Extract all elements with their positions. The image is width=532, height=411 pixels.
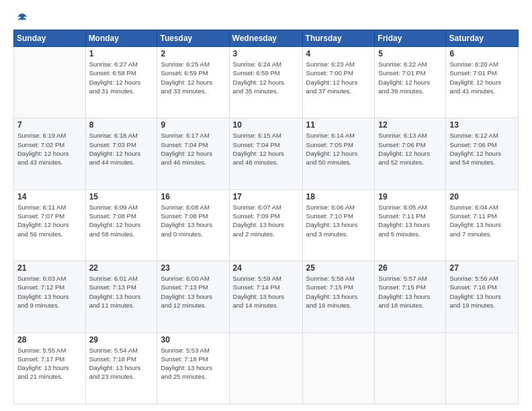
day-info: Sunrise: 6:04 AM Sunset: 7:11 PM Dayligh… [449, 203, 515, 238]
day-number: 14 [17, 192, 82, 201]
calendar-cell: 2Sunrise: 6:25 AM Sunset: 6:59 PM Daylig… [157, 47, 229, 118]
day-info: Sunrise: 6:12 AM Sunset: 7:06 PM Dayligh… [449, 131, 515, 167]
calendar-cell: 11Sunrise: 6:14 AM Sunset: 7:05 PM Dayli… [302, 118, 375, 189]
day-of-week-header: Tuesday [157, 30, 229, 47]
day-info: Sunrise: 6:00 AM Sunset: 7:13 PM Dayligh… [161, 274, 225, 310]
day-number: 4 [306, 49, 371, 58]
calendar-cell: 22Sunrise: 6:01 AM Sunset: 7:13 PM Dayli… [85, 261, 157, 332]
day-info: Sunrise: 5:56 AM Sunset: 7:16 PM Dayligh… [449, 274, 515, 310]
calendar-cell: 19Sunrise: 6:05 AM Sunset: 7:11 PM Dayli… [375, 189, 446, 261]
calendar-cell: 6Sunrise: 6:20 AM Sunset: 7:01 PM Daylig… [446, 47, 519, 118]
day-info: Sunrise: 6:01 AM Sunset: 7:13 PM Dayligh… [89, 274, 154, 310]
day-of-week-header: Wednesday [229, 30, 302, 47]
day-number: 29 [89, 335, 154, 345]
calendar-cell: 17Sunrise: 6:07 AM Sunset: 7:09 PM Dayli… [229, 189, 302, 261]
day-number: 25 [306, 263, 371, 273]
calendar-cell: 16Sunrise: 6:08 AM Sunset: 7:08 PM Dayli… [157, 189, 229, 261]
day-number: 28 [17, 335, 82, 345]
day-number: 9 [161, 120, 225, 130]
calendar-cell: 27Sunrise: 5:56 AM Sunset: 7:16 PM Dayli… [446, 261, 519, 332]
day-of-week-header: Thursday [302, 30, 375, 47]
calendar-table: SundayMondayTuesdayWednesdayThursdayFrid… [13, 30, 519, 404]
day-number: 3 [233, 49, 299, 58]
calendar-cell: 4Sunrise: 6:23 AM Sunset: 7:00 PM Daylig… [302, 47, 375, 118]
day-info: Sunrise: 5:54 AM Sunset: 7:18 PM Dayligh… [89, 346, 154, 381]
day-info: Sunrise: 6:05 AM Sunset: 7:11 PM Dayligh… [378, 203, 442, 238]
day-of-week-header: Friday [375, 30, 446, 47]
calendar-cell: 26Sunrise: 5:57 AM Sunset: 7:15 PM Dayli… [375, 261, 446, 332]
calendar-cell: 1Sunrise: 6:27 AM Sunset: 6:58 PM Daylig… [85, 47, 157, 118]
day-number: 26 [378, 263, 442, 273]
day-info: Sunrise: 6:25 AM Sunset: 6:59 PM Dayligh… [161, 60, 225, 95]
calendar-cell: 7Sunrise: 6:19 AM Sunset: 7:02 PM Daylig… [14, 118, 86, 189]
day-info: Sunrise: 6:06 AM Sunset: 7:10 PM Dayligh… [306, 203, 371, 238]
day-info: Sunrise: 6:15 AM Sunset: 7:04 PM Dayligh… [233, 131, 299, 167]
day-number: 1 [89, 49, 154, 58]
day-info: Sunrise: 6:23 AM Sunset: 7:00 PM Dayligh… [306, 60, 371, 95]
calendar-cell [375, 332, 446, 404]
day-info: Sunrise: 6:20 AM Sunset: 7:01 PM Dayligh… [449, 60, 515, 95]
day-info: Sunrise: 5:55 AM Sunset: 7:17 PM Dayligh… [17, 346, 82, 381]
day-info: Sunrise: 5:58 AM Sunset: 7:15 PM Dayligh… [306, 274, 371, 310]
day-number: 16 [161, 192, 225, 201]
day-number: 15 [89, 192, 154, 201]
day-number: 30 [161, 335, 225, 345]
day-number: 27 [449, 263, 515, 273]
day-info: Sunrise: 6:14 AM Sunset: 7:05 PM Dayligh… [306, 131, 371, 167]
calendar-cell: 18Sunrise: 6:06 AM Sunset: 7:10 PM Dayli… [302, 189, 375, 261]
day-info: Sunrise: 5:57 AM Sunset: 7:15 PM Dayligh… [378, 274, 442, 310]
day-number: 17 [233, 192, 299, 201]
day-info: Sunrise: 6:17 AM Sunset: 7:04 PM Dayligh… [161, 131, 225, 167]
day-number: 18 [306, 192, 371, 201]
calendar-cell [302, 332, 375, 404]
header [13, 12, 519, 24]
day-info: Sunrise: 6:24 AM Sunset: 6:59 PM Dayligh… [233, 60, 299, 95]
calendar-cell: 30Sunrise: 5:53 AM Sunset: 7:18 PM Dayli… [157, 332, 229, 404]
logo [13, 12, 31, 24]
calendar-cell: 24Sunrise: 5:59 AM Sunset: 7:14 PM Dayli… [229, 261, 302, 332]
calendar-cell: 14Sunrise: 6:11 AM Sunset: 7:07 PM Dayli… [14, 189, 86, 261]
calendar-cell: 10Sunrise: 6:15 AM Sunset: 7:04 PM Dayli… [229, 118, 302, 189]
day-info: Sunrise: 5:59 AM Sunset: 7:14 PM Dayligh… [233, 274, 299, 310]
day-number: 13 [449, 120, 515, 130]
day-number: 24 [233, 263, 299, 273]
day-number: 6 [449, 49, 515, 58]
calendar-cell: 13Sunrise: 6:12 AM Sunset: 7:06 PM Dayli… [446, 118, 519, 189]
day-info: Sunrise: 6:07 AM Sunset: 7:09 PM Dayligh… [233, 203, 299, 238]
day-number: 11 [306, 120, 371, 130]
day-info: Sunrise: 6:18 AM Sunset: 7:03 PM Dayligh… [89, 131, 154, 167]
calendar-cell: 20Sunrise: 6:04 AM Sunset: 7:11 PM Dayli… [446, 189, 519, 261]
day-info: Sunrise: 6:22 AM Sunset: 7:01 PM Dayligh… [378, 60, 442, 95]
calendar-cell: 21Sunrise: 6:03 AM Sunset: 7:12 PM Dayli… [14, 261, 86, 332]
page: SundayMondayTuesdayWednesdayThursdayFrid… [0, 0, 532, 411]
calendar-cell: 5Sunrise: 6:22 AM Sunset: 7:01 PM Daylig… [375, 47, 446, 118]
calendar-cell: 12Sunrise: 6:13 AM Sunset: 7:06 PM Dayli… [375, 118, 446, 189]
day-number: 19 [378, 192, 442, 201]
day-of-week-header: Sunday [14, 30, 86, 47]
calendar-cell: 8Sunrise: 6:18 AM Sunset: 7:03 PM Daylig… [85, 118, 157, 189]
day-info: Sunrise: 6:27 AM Sunset: 6:58 PM Dayligh… [89, 60, 154, 95]
day-number: 23 [161, 263, 225, 273]
calendar-cell: 29Sunrise: 5:54 AM Sunset: 7:18 PM Dayli… [85, 332, 157, 404]
day-number: 5 [378, 49, 442, 58]
calendar-cell: 28Sunrise: 5:55 AM Sunset: 7:17 PM Dayli… [14, 332, 86, 404]
calendar-cell [446, 332, 519, 404]
day-info: Sunrise: 6:09 AM Sunset: 7:08 PM Dayligh… [89, 203, 154, 238]
day-info: Sunrise: 6:08 AM Sunset: 7:08 PM Dayligh… [161, 203, 225, 238]
day-info: Sunrise: 6:11 AM Sunset: 7:07 PM Dayligh… [17, 203, 82, 238]
day-number: 12 [378, 120, 442, 130]
day-info: Sunrise: 6:13 AM Sunset: 7:06 PM Dayligh… [378, 131, 442, 167]
day-number: 7 [17, 120, 82, 130]
day-number: 10 [233, 120, 299, 130]
day-number: 8 [89, 120, 154, 130]
day-number: 22 [89, 263, 154, 273]
day-number: 2 [161, 49, 225, 58]
calendar-cell [229, 332, 302, 404]
logo-bird-icon [16, 12, 28, 24]
day-number: 21 [17, 263, 82, 273]
day-info: Sunrise: 6:19 AM Sunset: 7:02 PM Dayligh… [17, 131, 82, 167]
calendar-cell: 25Sunrise: 5:58 AM Sunset: 7:15 PM Dayli… [302, 261, 375, 332]
day-info: Sunrise: 6:03 AM Sunset: 7:12 PM Dayligh… [17, 274, 82, 310]
day-info: Sunrise: 5:53 AM Sunset: 7:18 PM Dayligh… [161, 346, 225, 381]
calendar-cell: 15Sunrise: 6:09 AM Sunset: 7:08 PM Dayli… [85, 189, 157, 261]
